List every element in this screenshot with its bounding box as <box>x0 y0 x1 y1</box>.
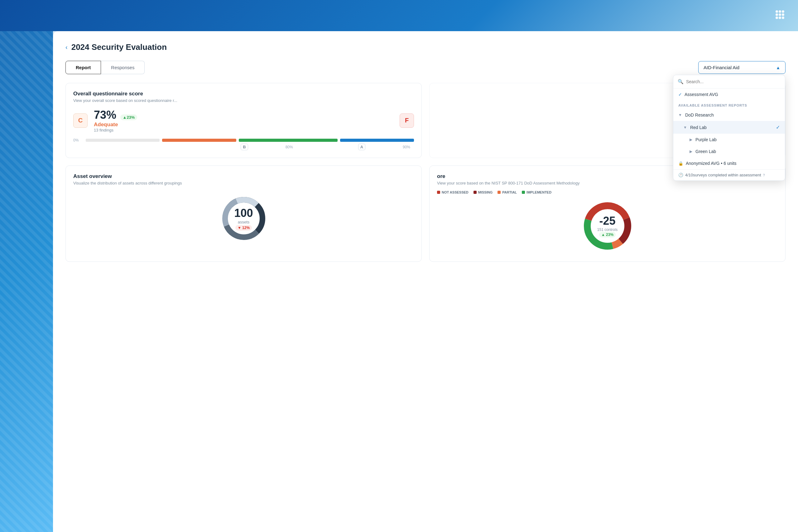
score-change: ▲23% <box>120 114 137 120</box>
overall-score-title: Overall questionnaire score <box>73 91 414 97</box>
missing-label: MISSING <box>478 190 493 194</box>
green-lab-label: Green Lab <box>696 149 716 154</box>
dropdown-menu: 🔍 ✓ Assessment AVG AVAILABLE ASSESSMENT … <box>673 75 785 181</box>
question-icon: ? <box>763 173 765 177</box>
dropdown-item-green-lab[interactable]: ▶ Green Lab <box>673 146 785 157</box>
grade-b-badge: B <box>241 144 248 150</box>
tab-responses[interactable]: Responses <box>101 61 145 74</box>
nist-score-label: 151 controls <box>597 228 618 232</box>
dod-research-label: DoD Research <box>685 113 714 117</box>
grade-badge-f: F <box>400 113 414 128</box>
dropdown-item-purple-lab[interactable]: ▶ Purple Lab <box>673 134 785 146</box>
score-label: Adequate <box>94 121 137 128</box>
grade-bar-red <box>86 139 159 142</box>
dropdown-selected-value: AID-Financial Aid <box>704 65 739 70</box>
missing-dot <box>474 191 477 194</box>
donut-label: assets <box>238 220 250 224</box>
grade-bars: 0% <box>73 138 414 142</box>
svg-point-4 <box>779 13 781 16</box>
svg-point-7 <box>779 17 781 19</box>
legend-partial: PARTIAL <box>497 190 517 194</box>
info-icon: 🕐 <box>678 173 683 177</box>
donut-number: 100 <box>234 207 253 220</box>
purple-lab-label: Purple Lab <box>696 137 717 142</box>
donut-center: 100 assets ▼ 12% <box>234 207 253 231</box>
top-bar <box>0 0 798 31</box>
dropdown-search-container: 🔍 <box>673 75 785 89</box>
checkmark-icon: ✓ <box>678 92 682 97</box>
dropdown-footer: 🕐 4/10surveys completed within assessmen… <box>673 169 785 180</box>
grade-bar-orange <box>162 139 236 142</box>
expand-icon: ▼ <box>678 113 682 117</box>
page-header: ‹ 2024 Security Evaluation <box>65 42 785 52</box>
svg-point-2 <box>782 10 784 13</box>
implemented-label: IMPLEMENTED <box>527 190 551 194</box>
svg-point-6 <box>776 17 778 19</box>
dropdown-item-anonymized[interactable]: 🔒 Anonymized AVG • 6 units <box>673 157 785 169</box>
svg-point-0 <box>776 10 778 13</box>
svg-point-1 <box>779 10 781 13</box>
implemented-dot <box>522 191 525 194</box>
asset-overview-subtitle: Visualize the distribution of assets acr… <box>73 181 414 186</box>
tabs-row: Report Responses AID-Financial Aid ▲ 🔍 ✓… <box>65 61 785 74</box>
lock-icon: 🔒 <box>678 161 683 166</box>
grade-badge-c: C <box>73 113 88 128</box>
overall-score-card: Overall questionnaire score View your ov… <box>65 83 422 158</box>
legend-not-assessed: NOT ASSESSED <box>437 190 469 194</box>
nist-score-subtitle: View your score based on the NIST SP 800… <box>437 181 778 186</box>
app-logo <box>774 9 785 22</box>
search-input[interactable] <box>686 79 781 84</box>
main-content: ‹ 2024 Security Evaluation Report Respon… <box>53 31 798 532</box>
dropdown-item-red-lab[interactable]: ▼ Red Lab ✓ <box>673 121 785 134</box>
expand-icon: ▼ <box>683 125 687 130</box>
partial-dot <box>497 191 501 194</box>
score-row: C 73% ▲23% Adequate 13 findings F <box>73 109 414 132</box>
partial-label: PARTIAL <box>502 190 517 194</box>
grade-bar-blue <box>340 139 414 142</box>
legend-implemented: IMPLEMENTED <box>522 190 551 194</box>
donut-change: ▼ 12% <box>235 225 252 231</box>
overall-score-subtitle: View your overall score based on scored … <box>73 98 414 103</box>
score-legend: NOT ASSESSED MISSING PARTIAL IMPLEMENTED <box>437 190 778 194</box>
footer-text: 4/10surveys completed within assessment <box>685 173 761 177</box>
grade-a-pct: 90% <box>403 145 414 149</box>
selected-checkmark-icon: ✓ <box>776 125 780 130</box>
asset-overview-card: Asset overview Visualize the distributio… <box>65 166 422 262</box>
legend-missing: MISSING <box>474 190 493 194</box>
page-title: 2024 Security Evaluation <box>71 42 167 52</box>
assessment-dropdown[interactable]: AID-Financial Aid ▲ 🔍 ✓ Assessment AVG A… <box>698 61 785 74</box>
nist-donut-chart: -25 151 controls ▲ 23% <box>437 198 778 254</box>
asset-overview-title: Asset overview <box>73 173 414 179</box>
nist-score-change: ▲ 23% <box>599 232 616 238</box>
nist-donut-center: -25 151 controls ▲ 23% <box>597 214 618 238</box>
assessment-avg-label: Assessment AVG <box>685 92 718 97</box>
grade-bar-green <box>239 139 338 142</box>
expand-icon: ▶ <box>689 137 692 142</box>
anonymized-label: Anonymized AVG • 6 units <box>686 161 737 166</box>
score-findings: 13 findings <box>94 128 137 132</box>
svg-point-8 <box>782 17 784 19</box>
svg-point-5 <box>782 13 784 16</box>
not-assessed-dot <box>437 191 440 194</box>
expand-icon: ▶ <box>689 149 692 154</box>
grade-labels-row: B 80% A 90% <box>73 144 414 150</box>
grade-f-pct: 0% <box>73 138 83 142</box>
back-button[interactable]: ‹ <box>65 44 68 51</box>
chevron-up-icon: ▲ <box>776 65 780 70</box>
not-assessed-label: NOT ASSESSED <box>442 190 469 194</box>
grade-b-pct: 80% <box>286 145 297 149</box>
dropdown-group-dod[interactable]: ▼ DoD Research <box>673 109 785 121</box>
red-lab-label: Red Lab <box>690 125 707 130</box>
tab-report[interactable]: Report <box>65 61 101 74</box>
grade-a-badge: A <box>358 144 365 150</box>
section-header: AVAILABLE ASSESSMENT REPORTS <box>673 100 785 109</box>
asset-donut-chart: 100 assets ▼ 12% <box>73 190 414 247</box>
nist-score-number: -25 <box>599 214 615 228</box>
score-percent: 73% <box>94 109 116 121</box>
background-pattern <box>0 0 53 532</box>
dropdown-item-assessment-avg[interactable]: ✓ Assessment AVG <box>673 89 785 100</box>
search-icon: 🔍 <box>678 79 684 84</box>
svg-point-3 <box>776 13 778 16</box>
